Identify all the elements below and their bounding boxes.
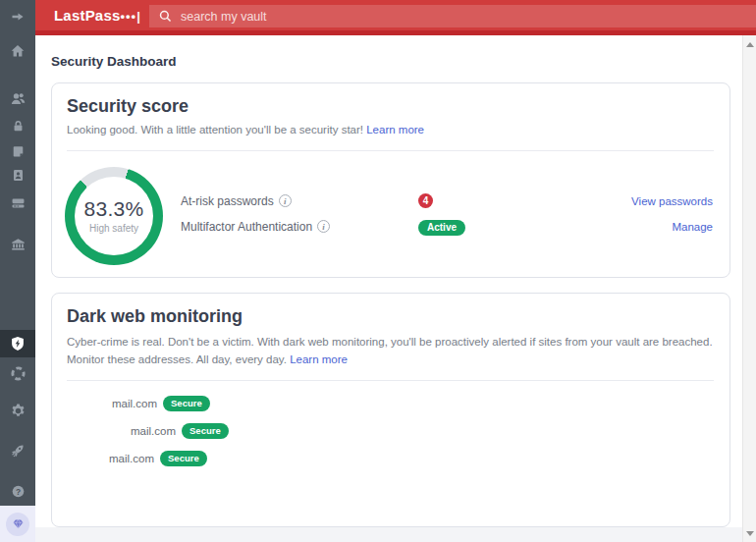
monitored-email-row: mail.com Secure	[66, 390, 729, 417]
monitored-emails-list: mail.com Secure mail.com Secure mail.com…	[52, 381, 729, 472]
main-content: Security Dashboard Security score Lookin…	[35, 35, 742, 542]
sidebar-item-settings[interactable]	[0, 397, 35, 424]
premium-gem-icon	[6, 513, 29, 536]
sidebar-item-bank-accounts[interactable]	[0, 230, 35, 257]
score-percent: 83.3%	[83, 197, 143, 221]
sidebar-item-security-dashboard[interactable]	[0, 330, 35, 357]
logo-dots: •••|	[120, 9, 140, 24]
dark-web-monitoring-card: Dark web monitoring Cyber-crime is real.…	[51, 293, 730, 527]
security-score-learn-more-link[interactable]: Learn more	[366, 124, 424, 136]
dark-web-learn-more-link[interactable]: Learn more	[290, 353, 348, 365]
vault-search-bar[interactable]	[149, 5, 756, 27]
sidebar-expand-button[interactable]	[0, 3, 35, 30]
secure-status-badge: Secure	[160, 451, 207, 466]
info-icon[interactable]: i	[317, 220, 330, 233]
view-passwords-link[interactable]: View passwords	[631, 195, 713, 207]
note-icon	[11, 144, 26, 159]
email-address: mail.com	[109, 453, 154, 464]
triangle-down-icon	[746, 531, 754, 536]
svg-text:?: ?	[15, 486, 20, 496]
security-shield-bolt-icon	[10, 336, 26, 352]
at-risk-passwords-label: At-risk passwords	[181, 194, 274, 208]
expand-arrow-icon	[10, 9, 26, 25]
dark-web-description: Cyber-crime is real. Don't be a victim. …	[67, 336, 713, 365]
scroll-down-arrow[interactable]	[743, 526, 756, 540]
dark-web-title: Dark web monitoring	[67, 306, 714, 327]
monitored-email-row: mail.com Secure	[66, 417, 729, 445]
lastpass-logo[interactable]: LastPass•••|	[54, 7, 141, 24]
security-score-subtitle: Looking good. With a little attention yo…	[67, 124, 363, 136]
sidebar-item-help[interactable]: ?	[0, 477, 35, 505]
search-icon	[158, 9, 173, 24]
question-icon: ?	[11, 484, 26, 499]
payment-card-icon	[10, 194, 27, 211]
sidebar-item-sharing-center[interactable]	[0, 359, 35, 387]
bottom-band	[35, 527, 742, 542]
lastpass-vault-app: ? LastPass•••| Security Dashboard Securi…	[0, 0, 756, 542]
scroll-up-arrow[interactable]	[743, 37, 756, 51]
sidebar-item-payment-cards[interactable]	[0, 189, 35, 216]
security-score-card: Security score Looking good. With a litt…	[51, 82, 730, 278]
sidebar-item-addresses[interactable]	[0, 161, 35, 189]
lifebuoy-ring-icon	[10, 365, 27, 382]
manage-link[interactable]: Manage	[672, 221, 713, 233]
secure-status-badge: Secure	[182, 423, 229, 439]
top-header: LastPass•••|	[35, 0, 756, 35]
sidebar-premium-section[interactable]	[0, 506, 35, 542]
at-risk-count-badge: 4	[418, 193, 433, 208]
lock-icon	[11, 119, 26, 134]
search-input[interactable]	[181, 10, 756, 24]
sidebar: ?	[0, 0, 35, 542]
info-icon[interactable]: i	[279, 194, 292, 207]
contact-card-icon	[11, 168, 26, 183]
home-icon	[10, 43, 26, 59]
sidebar-item-whats-new[interactable]	[0, 436, 35, 463]
at-risk-passwords-row: At-risk passwords i 4 View passwords	[181, 189, 713, 214]
rocket-icon	[10, 442, 27, 459]
multifactor-row: Multifactor Authentication i Active Mana…	[181, 214, 713, 240]
sidebar-item-identities[interactable]	[0, 84, 35, 112]
score-caption: High safety	[89, 223, 138, 234]
multifactor-active-badge: Active	[418, 220, 465, 236]
email-address: mail.com	[112, 398, 157, 409]
bank-icon	[10, 236, 27, 252]
triangle-up-icon	[746, 42, 754, 47]
security-score-donut-chart: 83.3% High safety	[65, 167, 163, 265]
vertical-scrollbar[interactable]	[742, 35, 756, 542]
identities-icon	[10, 90, 27, 107]
sidebar-item-home[interactable]	[0, 37, 35, 65]
page-title: Security Dashboard	[51, 54, 742, 69]
sidebar-item-passwords[interactable]	[0, 112, 35, 139]
gear-icon	[10, 403, 27, 419]
security-score-title: Security score	[67, 96, 714, 117]
email-address: mail.com	[131, 425, 176, 437]
secure-status-badge: Secure	[163, 396, 210, 411]
monitored-email-row: mail.com Secure	[66, 445, 729, 472]
multifactor-label: Multifactor Authentication	[181, 220, 312, 234]
